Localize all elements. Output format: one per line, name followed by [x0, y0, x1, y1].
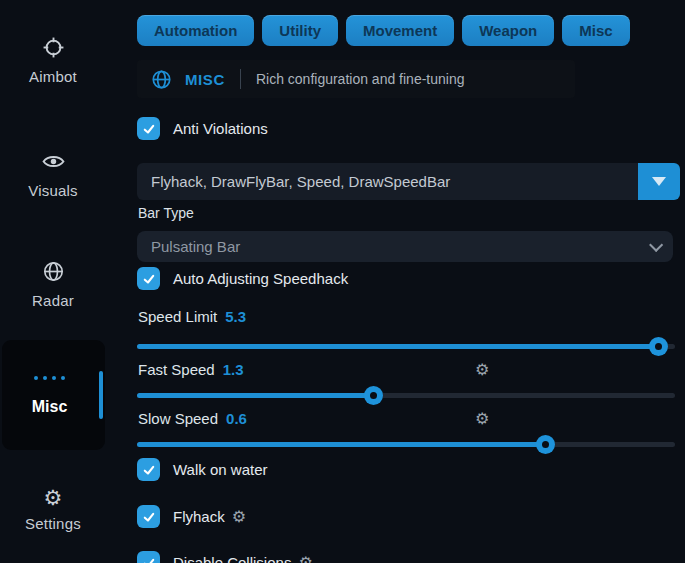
fast-speed-label: Fast Speed 1.3 — [138, 361, 244, 378]
gear-icon[interactable]: ⚙ — [298, 555, 312, 563]
misc-panel: Automation Utility Movement Weapon Misc … — [137, 0, 680, 563]
checkbox-label: Walk on water — [173, 461, 267, 478]
sidebar-item-label: Settings — [0, 515, 106, 532]
slider-fill — [137, 393, 374, 398]
checkbox-label: Disable Collisions ⚙ — [173, 554, 313, 563]
slider-fill — [137, 442, 546, 447]
flyhack-checkbox[interactable] — [137, 505, 160, 528]
slider-knob[interactable] — [364, 386, 383, 405]
globe-icon — [42, 260, 65, 284]
tab-misc[interactable]: Misc — [562, 15, 629, 46]
sidebar: Aimbot Visuals Radar Mi — [0, 0, 120, 563]
slider-knob[interactable] — [536, 435, 555, 454]
chevron-down-icon — [649, 237, 663, 251]
checkbox-label: Anti Violations — [173, 120, 268, 137]
slider-fill — [137, 344, 659, 349]
checkbox-label: Auto Adjusting Speedhack — [173, 270, 348, 287]
ellipsis-icon — [2, 376, 97, 380]
tab-weapon[interactable]: Weapon — [462, 15, 554, 46]
checkbox-label: Flyhack ⚙ — [173, 508, 246, 525]
checkbox-row-flyhack: Flyhack ⚙ — [137, 505, 246, 528]
fast-speed-value: 1.3 — [223, 361, 244, 378]
checkbox-row-auto-adjusting: Auto Adjusting Speedhack — [137, 267, 348, 290]
eye-icon — [42, 150, 65, 174]
triangle-down-icon — [652, 177, 666, 186]
active-accent-bar — [99, 371, 103, 419]
globe-icon — [151, 69, 172, 90]
speed-limit-value: 5.3 — [225, 308, 246, 325]
slow-speed-label: Slow Speed 0.6 — [138, 410, 247, 427]
bar-multiselect-open-button[interactable] — [638, 163, 680, 200]
bar-type-label: Bar Type — [138, 205, 194, 221]
gear-icon[interactable]: ⚙ — [232, 509, 246, 525]
section-subtitle: Rich configuration and fine-tuning — [256, 71, 465, 87]
gear-icon: ⚙ — [44, 486, 63, 510]
slow-speed-value: 0.6 — [226, 410, 247, 427]
sidebar-item-aimbot[interactable]: Aimbot — [0, 36, 106, 85]
walk-on-water-checkbox[interactable] — [137, 458, 160, 481]
tab-utility[interactable]: Utility — [262, 15, 338, 46]
fast-speed-slider[interactable] — [137, 393, 675, 398]
cheat-menu-window: Aimbot Visuals Radar Mi — [0, 0, 685, 563]
checkbox-row-disable-collisions: Disable Collisions ⚙ — [137, 551, 313, 563]
checkbox-row-anti-violations: Anti Violations — [137, 117, 268, 140]
auto-adjusting-speedhack-checkbox[interactable] — [137, 267, 160, 290]
checkbox-row-walk-on-water: Walk on water — [137, 458, 267, 481]
tab-automation[interactable]: Automation — [137, 15, 254, 46]
gear-icon[interactable]: ⚙ — [475, 411, 489, 427]
category-tabs: Automation Utility Movement Weapon Misc — [137, 15, 630, 46]
sidebar-item-label: Aimbot — [0, 68, 106, 85]
bar-type-value: Pulsating Bar — [151, 238, 240, 255]
anti-violations-checkbox[interactable] — [137, 117, 160, 140]
tab-movement[interactable]: Movement — [346, 15, 454, 46]
slider-knob[interactable] — [649, 337, 668, 356]
crosshair-icon — [42, 36, 65, 60]
bar-multiselect-value: Flyhack, DrawFlyBar, Speed, DrawSpeedBar — [137, 163, 638, 200]
section-title: MISC — [185, 71, 225, 88]
sidebar-item-misc-active[interactable]: Misc — [2, 340, 105, 450]
sidebar-item-visuals[interactable]: Visuals — [0, 150, 106, 199]
speed-limit-label: Speed Limit 5.3 — [138, 308, 246, 325]
sidebar-item-radar[interactable]: Radar — [0, 260, 106, 309]
gear-icon[interactable]: ⚙ — [475, 362, 489, 378]
section-header: MISC Rich configuration and fine-tuning — [137, 60, 575, 98]
bar-multiselect[interactable]: Flyhack, DrawFlyBar, Speed, DrawSpeedBar — [137, 163, 680, 200]
disable-collisions-checkbox[interactable] — [137, 551, 160, 563]
sidebar-item-label: Misc — [2, 398, 97, 416]
sidebar-item-label: Visuals — [0, 182, 106, 199]
slow-speed-slider[interactable] — [137, 442, 675, 447]
sidebar-item-label: Radar — [0, 292, 106, 309]
divider — [240, 69, 241, 89]
bar-type-select[interactable]: Pulsating Bar — [137, 231, 673, 262]
sidebar-item-settings[interactable]: ⚙ Settings — [0, 486, 106, 532]
speed-limit-slider[interactable] — [137, 344, 675, 349]
